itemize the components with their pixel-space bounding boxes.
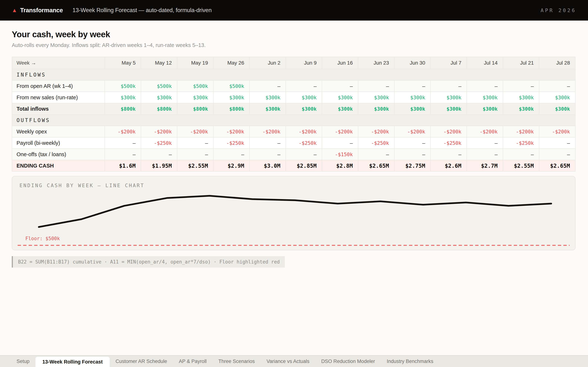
cell: -$200k — [177, 126, 213, 137]
cell: $2.55M — [177, 160, 213, 171]
cell: – — [539, 137, 575, 149]
cell: $3.0M — [250, 160, 286, 171]
tab-ap-payroll[interactable]: AP & Payroll — [173, 359, 212, 364]
cell: $300k — [539, 103, 575, 115]
cell: – — [467, 149, 503, 160]
cell: – — [394, 149, 431, 160]
cell: -$150k — [322, 149, 358, 160]
table-row-one-offs-tax-loans: One-offs (tax / loans)––––––-$150k–––––– — [12, 149, 575, 160]
cell: $500k — [105, 80, 141, 92]
row-label: Total inflows — [12, 103, 105, 115]
week-header-jul-28: Jul 28 — [539, 57, 575, 69]
section-label: OUTFLOWS — [12, 115, 575, 126]
row-label: From open AR (wk 1–4) — [12, 80, 105, 92]
cell: $300k — [394, 92, 431, 103]
cell: $500k — [213, 80, 250, 92]
cell: – — [467, 137, 503, 149]
cell: $300k — [358, 103, 394, 115]
week-header-may-5: May 5 — [105, 57, 141, 69]
document-title: 13-Week Rolling Forecast — auto-dated, f… — [72, 7, 211, 14]
table-row-total-inflows: Total inflows$800k$800k$800k$800k$300k$3… — [12, 103, 575, 115]
cell: – — [105, 149, 141, 160]
chart-title: ENDING CASH BY WEEK — LINE CHART — [19, 183, 144, 188]
cell: -$200k — [431, 126, 467, 137]
cell: -$200k — [213, 126, 250, 137]
cell: – — [177, 137, 213, 149]
cell: – — [539, 80, 575, 92]
sheet-tab-bar: Setup13-Week Rolling ForecastCustomer AR… — [0, 355, 588, 367]
tab-dso-reduction-modeler[interactable]: DSO Reduction Modeler — [315, 359, 381, 364]
cell: $800k — [141, 103, 177, 115]
week-header-jun-30: Jun 30 — [394, 57, 431, 69]
row-label: Payroll (bi-weekly) — [12, 137, 105, 149]
cell: $2.6M — [431, 160, 467, 171]
cell: -$250k — [431, 137, 467, 149]
week-header-jun-9: Jun 9 — [286, 57, 322, 69]
cell: $1.95M — [141, 160, 177, 171]
cell: – — [177, 149, 213, 160]
cell: $300k — [467, 103, 503, 115]
cell: -$200k — [358, 126, 394, 137]
cell: – — [250, 149, 286, 160]
floor-label: Floor: $500k — [25, 236, 60, 241]
tab-13-week-rolling-forecast[interactable]: 13-Week Rolling Forecast — [35, 357, 110, 367]
cell: $300k — [467, 92, 503, 103]
cell: $300k — [177, 92, 213, 103]
cell: – — [431, 149, 467, 160]
cell: $2.55M — [503, 160, 539, 171]
cell: -$200k — [467, 126, 503, 137]
cell: $300k — [394, 103, 431, 115]
cell: $300k — [286, 103, 322, 115]
week-header-may-19: May 19 — [177, 57, 213, 69]
cell: -$200k — [503, 126, 539, 137]
cell: – — [286, 149, 322, 160]
cell: $300k — [213, 92, 250, 103]
cell: – — [322, 80, 358, 92]
cell: -$250k — [213, 137, 250, 149]
cell: $2.65M — [539, 160, 575, 171]
week-header-jul-14: Jul 14 — [467, 57, 503, 69]
cell: – — [394, 80, 431, 92]
cell: -$250k — [358, 137, 394, 149]
cell: $300k — [539, 92, 575, 103]
cell: $1.6M — [105, 160, 141, 171]
period-badge: APR 2026 — [541, 8, 576, 13]
cell: – — [141, 149, 177, 160]
cell: – — [394, 137, 431, 149]
tab-setup[interactable]: Setup — [11, 359, 35, 364]
page-subtitle: Auto-rolls every Monday. Inflows split: … — [12, 42, 576, 48]
cell: – — [503, 149, 539, 160]
cell: $2.65M — [358, 160, 394, 171]
cell: -$200k — [250, 126, 286, 137]
forecast-table: Week →May 5May 12May 19May 26Jun 2Jun 9J… — [12, 57, 576, 172]
cell: -$250k — [141, 137, 177, 149]
row-label: Weekly opex — [12, 126, 105, 137]
cell: -$200k — [394, 126, 431, 137]
table-row-payroll-bi-weekly: Payroll (bi-weekly)–-$250k–-$250k–-$250k… — [12, 137, 575, 149]
main-content: Your cash, week by week Auto-rolls every… — [0, 29, 588, 250]
cell: $2.7M — [467, 160, 503, 171]
cell: $2.9M — [213, 160, 250, 171]
row-label: ENDING CASH — [12, 160, 105, 171]
cell: – — [213, 149, 250, 160]
tab-customer-ar-schedule[interactable]: Customer AR Schedule — [110, 359, 173, 364]
cell: $2.75M — [394, 160, 431, 171]
tab-industry-benchmarks[interactable]: Industry Benchmarks — [381, 359, 439, 364]
cell: $300k — [105, 92, 141, 103]
cell: -$250k — [286, 137, 322, 149]
week-axis-label: Week → — [12, 57, 105, 69]
cell: – — [539, 149, 575, 160]
cell: $300k — [141, 92, 177, 103]
table-row-weekly-opex: Weekly opex-$200k-$200k-$200k-$200k-$200… — [12, 126, 575, 137]
table-header-row: Week →May 5May 12May 19May 26Jun 2Jun 9J… — [12, 57, 575, 69]
cell: – — [358, 80, 394, 92]
cell: $300k — [250, 103, 286, 115]
tab-three-scenarios[interactable]: Three Scenarios — [212, 359, 260, 364]
formula-note: B22 = SUM(B11:B17) cumulative · A11 = MI… — [12, 256, 285, 267]
cell: -$250k — [503, 137, 539, 149]
week-header-jul-7: Jul 7 — [431, 57, 467, 69]
cell: $300k — [322, 92, 358, 103]
cell: $800k — [177, 103, 213, 115]
tab-variance-vs-actuals[interactable]: Variance vs Actuals — [261, 359, 315, 364]
table-row-ending-cash: ENDING CASH$1.6M$1.95M$2.55M$2.9M$3.0M$2… — [12, 160, 575, 171]
